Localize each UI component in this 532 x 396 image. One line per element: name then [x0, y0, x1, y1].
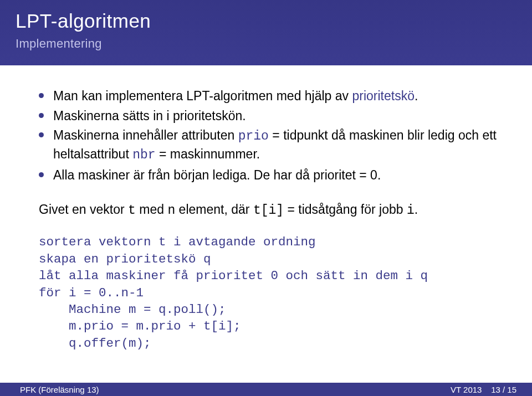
- slide-title: LPT-algoritmen: [16, 10, 516, 32]
- code-inline: t[i]: [253, 203, 284, 218]
- text: med: [136, 202, 168, 217]
- bullet-item: Alla maskiner är från början lediga. De …: [39, 167, 503, 184]
- code-block: sortera vektorn t i avtagande ordning sk…: [39, 234, 503, 352]
- footer-right: VT 2013 13 / 15: [351, 385, 532, 394]
- given-line: Givet en vektor t med n element, där t[i…: [39, 201, 503, 220]
- text: element, där: [175, 202, 253, 217]
- bullet-item: Maskinerna sätts in i prioritetskön.: [39, 107, 503, 125]
- slide-header: LPT-algoritmen Implementering: [0, 0, 532, 65]
- bullet-icon: [39, 93, 44, 98]
- bullet-text: Maskinerna innehåller attributen: [53, 128, 238, 142]
- code-inline: prio: [238, 129, 269, 143]
- code-inline: t: [128, 203, 136, 218]
- footer-left: PFK (Föreläsning 13): [0, 385, 186, 394]
- footer-page: 13 / 15: [491, 385, 516, 394]
- footer-term: VT 2013: [451, 385, 482, 394]
- bullet-text: Alla maskiner är från början lediga. De …: [53, 168, 381, 182]
- bullet-list: Man kan implementera LPT-algoritmen med …: [39, 88, 503, 184]
- bullet-icon: [39, 113, 44, 118]
- bullet-text: Man kan implementera LPT-algoritmen med …: [53, 89, 352, 103]
- bullet-text: .: [415, 89, 418, 103]
- bullet-text: Maskinerna sätts in i prioritetskön.: [53, 109, 246, 123]
- code-inline: n: [167, 203, 175, 218]
- bullet-icon: [39, 172, 44, 177]
- code-inline: i: [407, 203, 415, 218]
- slide-subtitle: Implementering: [16, 37, 516, 51]
- slide-content: Man kan implementera LPT-algoritmen med …: [0, 65, 532, 352]
- keyword: prioritetskö: [352, 89, 414, 103]
- bullet-item: Man kan implementera LPT-algoritmen med …: [39, 88, 503, 105]
- slide-footer: PFK (Föreläsning 13) VT 2013 13 / 15: [0, 383, 532, 396]
- bullet-item: Maskinerna innehåller attributen prio = …: [39, 127, 503, 164]
- bullet-icon: [39, 132, 44, 137]
- code-inline: nbr: [132, 148, 155, 162]
- bullet-text: = maskinnummer.: [156, 147, 260, 161]
- text: = tidsåtgång för jobb: [284, 202, 407, 217]
- text: Givet en vektor: [39, 202, 128, 217]
- text: .: [415, 202, 418, 217]
